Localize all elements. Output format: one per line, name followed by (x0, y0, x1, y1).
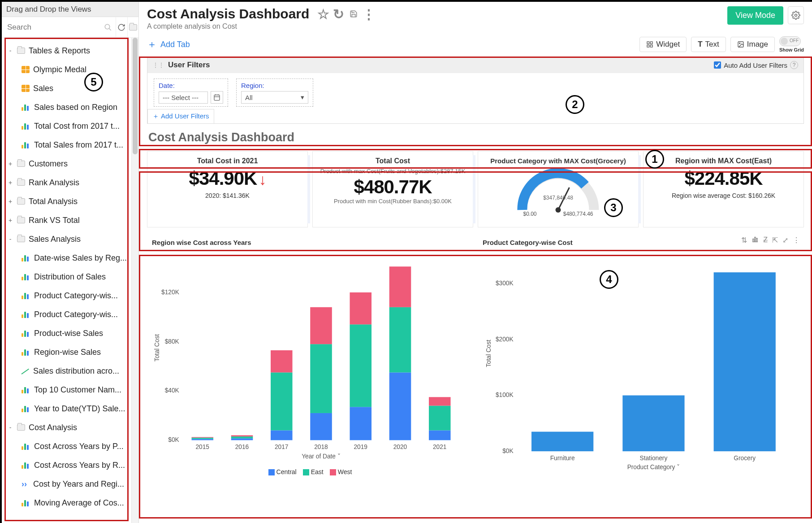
svg-text:$300K: $300K (496, 280, 514, 287)
tree-item[interactable]: Total Cost from 2017 t... (2, 117, 138, 135)
svg-rect-41 (350, 292, 371, 324)
chart-region-cost[interactable]: Region wise Cost across Years $0K$40K$80… (147, 234, 473, 489)
tree-item[interactable]: Product Category-wis... (2, 286, 138, 305)
svg-rect-54 (756, 238, 758, 242)
dashboard-canvas: 2 ⋮⋮ User Filters Auto Add User Filters … (139, 57, 812, 523)
svg-rect-29 (231, 435, 253, 436)
svg-rect-27 (231, 438, 253, 440)
svg-text:Total Cost: Total Cost (154, 334, 160, 362)
sort-icon[interactable]: ⇅ (741, 236, 747, 245)
region-filter: Region: All▾ (236, 78, 313, 107)
more-icon[interactable]: ⋮ (364, 9, 374, 19)
refresh-icon[interactable] (116, 17, 127, 38)
chart-type-icon[interactable] (752, 236, 759, 245)
svg-rect-53 (755, 237, 756, 242)
tree-item[interactable]: Product Category-wis... (2, 305, 138, 324)
tree-item[interactable]: Top 10 Customer Nam... (2, 380, 138, 399)
export-icon[interactable]: ⇱ (772, 236, 778, 245)
gear-icon[interactable] (788, 6, 804, 24)
tree-group-sales[interactable]: -Sales Analysis (2, 230, 138, 248)
tree-group[interactable]: +Customers (2, 154, 138, 173)
tree-item[interactable]: Cost Across Years by R... (2, 456, 138, 475)
kpi-region-max[interactable]: Region with MAX Cost(East) $224.85K Regi… (643, 151, 804, 227)
chart-icon (22, 330, 30, 337)
tree-group[interactable]: +Total Analysis (2, 192, 138, 211)
search-input[interactable] (5, 20, 104, 35)
chart-toolbar: ⇅ Z ⇱ ⤢ ⋮ (741, 236, 800, 245)
image-button[interactable]: Image (730, 37, 775, 52)
kpi-gauge[interactable]: Product Category with MAX Cost(Grocery) … (478, 151, 639, 227)
svg-rect-52 (753, 239, 754, 242)
chevron-down-icon: ▾ (301, 93, 304, 101)
svg-rect-49 (429, 397, 451, 405)
svg-text:$0K: $0K (502, 448, 513, 454)
save-icon[interactable] (349, 9, 358, 19)
text-button[interactable]: TText (691, 37, 726, 52)
chart1-legend: Central East West (152, 468, 468, 475)
tree-item[interactable]: Olympic Medal (2, 60, 138, 79)
star-icon[interactable]: ☆ (318, 9, 328, 19)
tree-item[interactable]: Sales distribution acro... (2, 362, 138, 380)
add-user-filters-button[interactable]: ＋Add User Filters (147, 109, 214, 123)
tree-item[interactable]: Region-wise Sales (2, 343, 138, 362)
calendar-icon[interactable] (211, 91, 223, 104)
date-filter: Date: --- Select --- (154, 78, 228, 107)
tree-item[interactable]: Year to Date(YTD) Sale... (2, 399, 138, 418)
refresh-icon[interactable]: ↻ (333, 9, 343, 19)
svg-text:$480,774.46: $480,774.46 (563, 211, 593, 217)
topbar: Cost Analysis Dashboard ☆ ↻ ⋮ A complete… (139, 2, 812, 34)
svg-point-2 (795, 14, 797, 17)
svg-text:2019: 2019 (354, 444, 367, 450)
chart-category-cost[interactable]: ⇅ Z ⇱ ⤢ ⋮ Product Category-wise Cost $0K… (478, 234, 804, 489)
tree-item[interactable]: Sales based on Region (2, 98, 138, 117)
kpi-total-cost-2021[interactable]: Total Cost in 2021 $34.90K↓ 2020: $141.3… (147, 151, 308, 227)
svg-text:$0K: $0K (168, 436, 179, 443)
auto-add-filters[interactable]: Auto Add User Filters ? (714, 61, 798, 69)
expand-icon[interactable]: ⤢ (782, 236, 788, 245)
chart-icon (22, 443, 30, 450)
tree-item[interactable]: ››Cost by Years and Regi... (2, 475, 138, 493)
tree-item[interactable]: Distribution of Sales (2, 267, 138, 286)
tree-group[interactable]: +Rank Analysis (2, 173, 138, 192)
user-filters-title: User Filters (168, 61, 210, 70)
more-icon[interactable]: ⋮ (793, 236, 800, 245)
svg-rect-40 (350, 324, 371, 407)
kpi-total-cost[interactable]: Total Cost Product with max Cost(Fruits … (312, 151, 473, 227)
svg-point-8 (739, 43, 740, 44)
widget-button[interactable]: Widget (639, 37, 687, 52)
bar-chart: $0K$100K$200K$300KTotal CostFurnitureSta… (483, 249, 799, 478)
auto-add-checkbox[interactable] (714, 61, 721, 69)
tree-item[interactable]: Date-wise Sales by Reg... (2, 248, 138, 267)
svg-rect-60 (531, 431, 593, 451)
underline-icon[interactable]: Z (763, 236, 768, 245)
view-mode-button[interactable]: View Mode (727, 6, 783, 25)
svg-text:$120K: $120K (161, 289, 179, 296)
show-grid-toggle[interactable]: OFF (779, 36, 801, 46)
add-tab-button[interactable]: ＋Add Tab (147, 38, 190, 51)
tree-group-tables[interactable]: -Tables & Reports (2, 41, 138, 60)
help-icon[interactable]: ? (790, 61, 798, 69)
chart-icon (22, 104, 30, 111)
tree-item[interactable]: Product-wise Sales (2, 324, 138, 343)
search-icon[interactable] (104, 23, 112, 31)
tree-item[interactable]: Cost Across Years by P... (2, 437, 138, 456)
svg-rect-43 (389, 372, 411, 440)
svg-text:2018: 2018 (314, 444, 328, 450)
tree-item[interactable]: Sales (2, 79, 138, 98)
svg-text:2015: 2015 (195, 444, 209, 450)
svg-rect-31 (271, 430, 293, 440)
kpi-row: Total Cost in 2021 $34.90K↓ 2020: $141.3… (147, 151, 804, 227)
chart-icon (22, 349, 30, 356)
tree-item[interactable]: Moving Average of Cos... (2, 493, 138, 512)
sidebar-scrollbar[interactable] (131, 38, 138, 523)
svg-text:$200K: $200K (496, 336, 514, 343)
tree-group-cost[interactable]: -Cost Analysis (2, 418, 138, 437)
date-select[interactable]: --- Select --- (159, 92, 208, 104)
drag-handle-icon[interactable]: ⋮⋮ (153, 62, 164, 68)
chart-icon (22, 386, 30, 393)
region-select[interactable]: All▾ (241, 91, 308, 104)
folder-icon[interactable] (127, 17, 139, 38)
tree-group[interactable]: +Rank VS Total (2, 211, 138, 230)
svg-text:Year of Date ˅: Year of Date ˅ (302, 453, 341, 460)
tree-item[interactable]: Total Sales from 2017 t... (2, 135, 138, 154)
